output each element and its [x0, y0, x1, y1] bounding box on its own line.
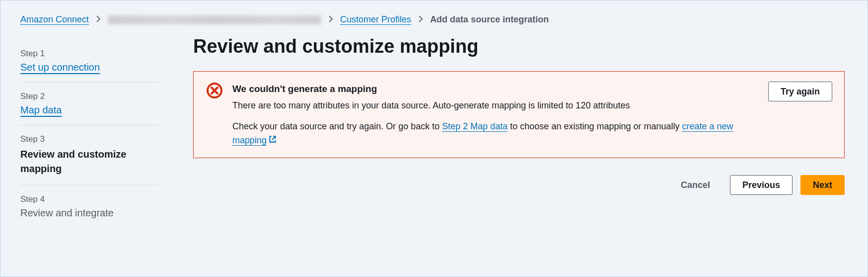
wizard-steps-sidebar: Step 1 Set up connection Step 2 Map data… — [20, 40, 159, 228]
error-alert: We couldn't generate a mapping There are… — [193, 71, 845, 158]
external-link-icon — [268, 136, 277, 146]
cancel-button[interactable]: Cancel — [669, 175, 722, 195]
chevron-right-icon — [96, 14, 101, 25]
error-alert-line2: Check your data source and try again. Or… — [232, 120, 759, 148]
breadcrumb-root-link[interactable]: Amazon Connect — [20, 14, 89, 25]
wizard-step-3: Step 3 Review and customize mapping — [20, 125, 159, 185]
wizard-step-title: Review and customize mapping — [20, 147, 159, 176]
breadcrumb-current: Add data source integration — [430, 14, 549, 25]
wizard-footer-actions: Cancel Previous Next — [193, 175, 845, 195]
error-icon — [206, 82, 223, 99]
page-title: Review and customize mapping — [193, 36, 845, 57]
wizard-step-num: Step 2 — [20, 92, 159, 101]
wizard-step-4: Step 4 Review and integrate — [20, 185, 159, 228]
error-text-a: Check your data source and try again. Or… — [232, 121, 442, 131]
wizard-step-num: Step 3 — [20, 134, 159, 144]
main-content: Review and customize mapping We couldn't… — [193, 40, 850, 228]
try-again-button[interactable]: Try again — [768, 82, 832, 101]
chevron-right-icon — [328, 14, 333, 25]
previous-button[interactable]: Previous — [730, 175, 793, 195]
error-alert-body: We couldn't generate a mapping There are… — [232, 82, 759, 148]
step2-map-data-link[interactable]: Step 2 Map data — [442, 121, 507, 131]
error-text-b: to choose an existing mapping or manuall… — [507, 121, 682, 131]
wizard-step-1[interactable]: Step 1 Set up connection — [20, 40, 159, 83]
wizard-step-num: Step 4 — [20, 194, 159, 204]
breadcrumb: Amazon Connect Customer Profiles Add dat… — [20, 14, 850, 25]
error-alert-title: We couldn't generate a mapping — [232, 82, 759, 96]
chevron-right-icon — [418, 14, 423, 25]
wizard-step-title: Review and integrate — [20, 207, 159, 219]
wizard-step-title: Map data — [20, 104, 159, 116]
error-alert-line1: There are too many attributes in your da… — [232, 99, 759, 113]
breadcrumb-profiles-link[interactable]: Customer Profiles — [340, 14, 411, 25]
next-button[interactable]: Next — [800, 175, 845, 195]
breadcrumb-instance-redacted — [108, 15, 321, 24]
error-alert-action: Try again — [768, 82, 832, 101]
wizard-step-2[interactable]: Step 2 Map data — [20, 83, 159, 125]
wizard-step-num: Step 1 — [20, 49, 159, 59]
wizard-step-title: Set up connection — [20, 62, 159, 73]
